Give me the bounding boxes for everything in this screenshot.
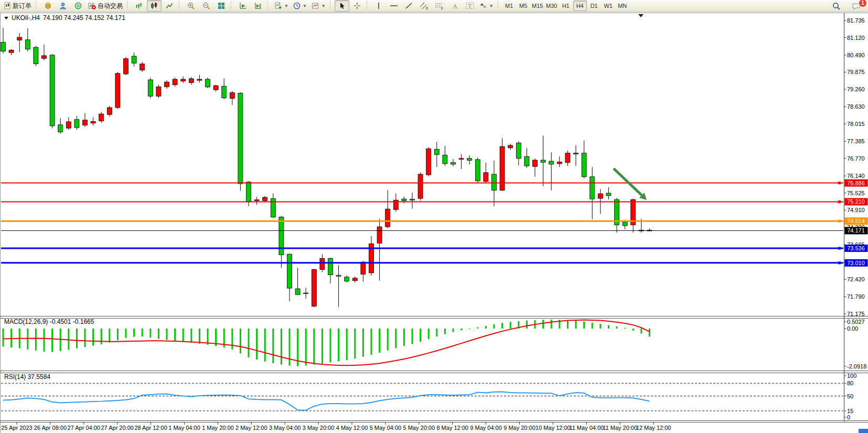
chart-symbol-period: UKOil-,H4: [12, 14, 40, 22]
time-tick-label: 5 May 20:00: [403, 425, 435, 431]
macd-histogram-bar: [542, 320, 544, 329]
signals-button[interactable]: [71, 0, 85, 12]
timeframe-d1[interactable]: D1: [587, 1, 601, 11]
candle-body: [328, 258, 333, 274]
candle-body: [492, 174, 497, 191]
line-chart-button[interactable]: [162, 0, 177, 12]
macd-histogram-bar: [289, 329, 291, 366]
macd-histogram-bar: [412, 329, 413, 344]
chart-title-bar[interactable]: UKOil-,H4 74.190 74.245 74.152 74.171: [4, 14, 125, 22]
candle-body: [34, 47, 38, 64]
candle-body: [9, 50, 14, 52]
autotrading-button[interactable]: 自动交易: [86, 0, 125, 12]
candle-body: [165, 82, 169, 87]
macd-histogram-bar: [256, 329, 258, 360]
timeframe-mn[interactable]: MN: [616, 1, 629, 11]
candle-body: [107, 108, 112, 114]
candle-body: [623, 222, 627, 226]
notifications-button[interactable]: 1: [849, 1, 864, 12]
time-tick-label: 12 May 12:00: [636, 425, 671, 431]
chart-canvas[interactable]: 81.73581.12080.49079.87579.26078.63078.0…: [0, 0, 868, 433]
arrows-button[interactable]: ▼: [478, 0, 496, 12]
macd-histogram-bar: [379, 329, 380, 353]
candle-body: [99, 114, 104, 121]
candle-body: [533, 160, 538, 166]
candle-body: [254, 200, 259, 201]
auto-scroll-button[interactable]: [235, 0, 250, 12]
timeframe-h4[interactable]: H4: [573, 1, 587, 11]
zoom-in-button[interactable]: [184, 0, 198, 12]
candle-body: [206, 79, 210, 87]
candle-body: [516, 143, 521, 159]
zoom-out-button[interactable]: [199, 0, 213, 12]
text-label-button[interactable]: T: [463, 0, 477, 12]
timeframe-m1[interactable]: M1: [502, 1, 516, 11]
candlestick-chart-button[interactable]: [147, 0, 162, 12]
text-button[interactable]: A: [447, 0, 462, 12]
candle-body: [565, 153, 570, 163]
chart-shift-button[interactable]: [251, 0, 265, 12]
timeframe-m15[interactable]: M15: [531, 1, 544, 11]
candle-body: [132, 56, 136, 63]
macd-histogram-bar: [575, 321, 577, 329]
macd-histogram-bar: [599, 324, 601, 329]
macd-histogram-bar: [166, 329, 168, 340]
candle-body: [345, 277, 349, 281]
vertical-line-button[interactable]: [371, 0, 386, 12]
new-order-button[interactable]: 新订单: [2, 0, 34, 12]
cursor-button[interactable]: [335, 0, 349, 12]
market-depth-button[interactable]: [40, 0, 55, 12]
indicators-icon: [274, 2, 282, 9]
search-button[interactable]: [829, 1, 844, 12]
time-tick-label: 4 May 12:00: [336, 425, 368, 431]
text-icon: A: [451, 2, 458, 9]
svg-text:15: 15: [847, 408, 853, 414]
candle-body: [140, 64, 145, 70]
timeframe-m5[interactable]: M5: [517, 1, 530, 11]
candle-body: [385, 209, 390, 227]
periods-button[interactable]: ▼: [291, 0, 309, 12]
time-tick-label: 8 May 12:00: [436, 425, 468, 431]
time-tick-label: 26 Apr 08:00: [34, 425, 67, 431]
person-icon: [59, 2, 67, 9]
toolbar-separator: [231, 2, 233, 10]
toolbar-separator: [267, 2, 270, 10]
candle-body: [434, 149, 439, 154]
fibonacci-button[interactable]: F: [432, 0, 447, 12]
search-icon: [832, 2, 841, 10]
macd-histogram-bar: [305, 329, 307, 365]
candle-body: [156, 87, 161, 96]
tile-windows-button[interactable]: [214, 0, 229, 12]
macd-histogram-bar: [44, 329, 45, 352]
line-chart-icon: [166, 2, 173, 9]
macd-histogram-bar: [633, 329, 634, 331]
svg-text:100: 100: [847, 373, 856, 379]
candle-body: [66, 122, 71, 128]
timeframe-w1[interactable]: W1: [602, 1, 615, 11]
line-handle: [838, 261, 841, 264]
svg-text:0: 0: [847, 414, 850, 420]
timeframe-h1[interactable]: H1: [559, 1, 573, 11]
time-tick-label: 11 May 20:00: [603, 425, 637, 431]
macd-histogram-bar: [624, 328, 626, 329]
time-tick-label: 28 Apr 12:00: [134, 425, 167, 431]
templates-button[interactable]: ▼: [309, 0, 328, 12]
macd-histogram-bar: [92, 329, 94, 346]
bar-chart-button[interactable]: [132, 0, 146, 12]
macd-histogram-bar: [109, 329, 110, 343]
macd-histogram-bar: [460, 329, 462, 330]
indicators-button[interactable]: ▼: [272, 0, 291, 12]
svg-text:76.140: 76.140: [847, 173, 865, 179]
svg-text:75.525: 75.525: [847, 190, 865, 196]
candle-body: [361, 262, 366, 274]
macd-histogram-bar: [428, 329, 430, 339]
macd-histogram-bar: [231, 329, 233, 350]
profile-button[interactable]: [56, 0, 70, 12]
crosshair-button[interactable]: [350, 0, 365, 12]
timeframe-m30[interactable]: M30: [545, 1, 559, 11]
line-handle: [838, 220, 841, 223]
trendline-button[interactable]: [402, 0, 416, 12]
equidistant-channel-button[interactable]: E: [417, 0, 432, 12]
candle-body: [50, 55, 55, 126]
horizontal-line-button[interactable]: [387, 0, 401, 12]
